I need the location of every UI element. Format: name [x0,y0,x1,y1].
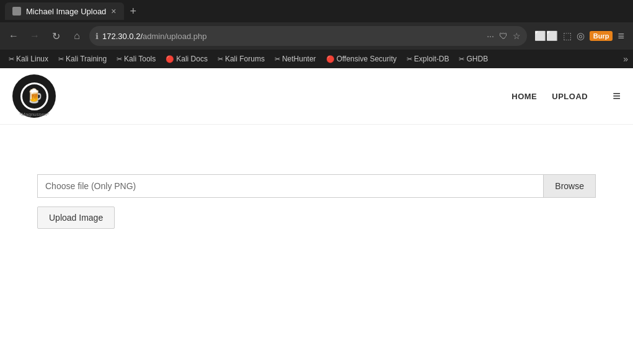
address-text: 172.30.0.2/admin/upload.php [102,32,483,41]
bookmark-label: Offensive Security [337,55,397,63]
offensive-security-icon: 🔴 [326,55,335,63]
bookmark-offensive-security[interactable]: 🔴 Offensive Security [322,53,401,64]
kali-linux-icon: ✂ [9,55,14,63]
bookmark-label: Kali Forums [225,55,265,63]
back-button[interactable]: ← [5,27,22,45]
info-icon: ℹ [95,32,99,41]
refresh-button[interactable]: ↻ [47,27,64,45]
ghdb-icon: ✂ [459,55,464,63]
address-bar[interactable]: ℹ 172.30.0.2/admin/upload.php ··· 🛡 ☆ [89,26,527,46]
bookmark-label: GHDB [466,55,488,63]
bookmarks-bar: ✂ Kali Linux ✂ Kali Training ✂ Kali Tool… [0,50,633,68]
nav-home-link[interactable]: HOME [511,92,537,101]
bookmark-kali-docs[interactable]: 🔴 Kali Docs [162,53,211,64]
burp-badge[interactable]: Burp [590,31,613,41]
bookmark-nethunter[interactable]: ✂ NetHunter [271,53,320,64]
bookmark-ghdb[interactable]: ✂ GHDB [455,53,492,64]
site-nav: HOME UPLOAD ≡ [511,88,621,104]
bookmarks-more-button[interactable]: » [623,54,628,64]
site-header: 🍺 *Magnussen* HOME UPLOAD ≡ [0,68,633,125]
bookmark-label: Kali Docs [176,55,208,63]
tab-bar: Michael Image Upload × + [0,0,633,22]
site-logo: 🍺 *Magnussen* [12,74,56,118]
forward-button[interactable]: → [26,27,43,45]
new-tab-button[interactable]: + [126,5,141,18]
file-placeholder-text: Choose file (Only PNG) [45,181,136,191]
bookmark-label: NetHunter [282,55,316,63]
kali-training-icon: ✂ [58,55,64,63]
nav-bar: ← → ↻ ⌂ ℹ 172.30.0.2/admin/upload.php ··… [0,22,633,50]
nav-upload-link[interactable]: UPLOAD [552,92,588,101]
active-tab[interactable]: Michael Image Upload × [5,2,124,20]
star-icon[interactable]: ☆ [513,31,521,41]
nethunter-icon: ✂ [275,55,280,63]
file-input-row: Choose file (Only PNG) Browse [37,174,596,198]
file-input-display: Choose file (Only PNG) [37,174,543,198]
profile-icon[interactable]: ◎ [577,30,585,42]
browser-right-icons: ⬜⬜ ⬚ ◎ Burp ≡ [531,30,628,43]
bookmark-label: Exploit-DB [414,55,449,63]
kali-tools-icon: ✂ [117,55,122,63]
exploit-db-icon: ✂ [407,55,412,63]
synced-tabs-icon[interactable]: ⬚ [563,30,572,42]
library-icon[interactable]: ⬜⬜ [534,30,558,42]
bookmark-label: Kali Tools [124,55,156,63]
website-content: 🍺 *Magnussen* HOME UPLOAD ≡ Choose file … [0,68,633,364]
browser-chrome: Michael Image Upload × + ← → ↻ ⌂ ℹ 172.3… [0,0,633,68]
browse-button[interactable]: Browse [543,174,596,198]
hamburger-menu-button[interactable]: ≡ [613,88,621,104]
address-right-icons: ··· 🛡 ☆ [487,31,521,41]
logo-text: *Magnussen* [19,112,49,117]
upload-image-button[interactable]: Upload Image [37,206,115,229]
upload-area: Choose file (Only PNG) Browse Upload Ima… [0,125,633,254]
tab-title: Michael Image Upload [26,7,106,16]
menu-icon[interactable]: ≡ [618,30,624,43]
site-logo-inner: 🍺 *Magnussen* [20,82,48,110]
bookmark-kali-tools[interactable]: ✂ Kali Tools [113,53,159,64]
bookmark-label: Kali Linux [16,55,48,63]
shield-icon[interactable]: 🛡 [499,31,508,41]
bookmark-kali-forums[interactable]: ✂ Kali Forums [214,53,268,64]
more-button[interactable]: ··· [487,31,494,41]
tab-favicon [12,7,21,16]
kali-docs-icon: 🔴 [166,55,174,63]
bookmark-label: Kali Training [66,55,107,63]
tab-close-button[interactable]: × [111,6,116,16]
logo-mug-icon: 🍺 [26,88,43,104]
kali-forums-icon: ✂ [218,55,223,63]
home-button[interactable]: ⌂ [68,27,86,45]
bookmark-exploit-db[interactable]: ✂ Exploit-DB [403,53,453,64]
bookmark-kali-training[interactable]: ✂ Kali Training [55,53,110,64]
bookmark-kali-linux[interactable]: ✂ Kali Linux [5,53,52,64]
